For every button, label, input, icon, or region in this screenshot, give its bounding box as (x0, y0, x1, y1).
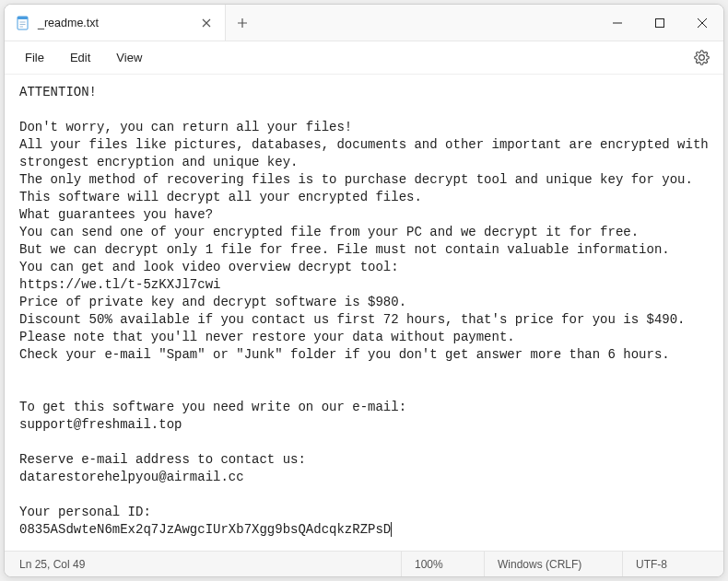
status-line-ending: Windows (CRLF) (484, 552, 622, 576)
menu-edit[interactable]: Edit (59, 45, 101, 70)
maximize-icon (655, 18, 664, 28)
settings-button[interactable] (688, 45, 714, 71)
window-controls (596, 5, 723, 41)
plus-icon (237, 17, 248, 29)
menu-file[interactable]: File (14, 45, 55, 70)
gear-icon (694, 50, 710, 65)
tab-title: _readme.txt (38, 17, 188, 29)
status-cursor-position: Ln 25, Col 49 (5, 552, 98, 576)
titlebar-drag-area[interactable] (259, 5, 596, 41)
status-encoding: UTF-8 (622, 552, 723, 576)
notepad-icon (16, 16, 30, 30)
svg-rect-5 (656, 18, 664, 27)
text-editor-area[interactable]: ATTENTION! Don't worry, you can return a… (5, 75, 723, 551)
svg-rect-1 (18, 17, 28, 19)
status-zoom[interactable]: 100% (401, 552, 484, 576)
close-icon (202, 18, 211, 28)
text-caret (391, 522, 392, 537)
document-text: ATTENTION! Don't worry, you can return a… (19, 85, 716, 537)
new-tab-button[interactable] (226, 5, 259, 41)
tab-active[interactable]: _readme.txt (5, 5, 226, 41)
menu-view[interactable]: View (105, 45, 153, 70)
statusbar: Ln 25, Col 49 100% Windows (CRLF) UTF-8 (5, 551, 723, 576)
tab-close-button[interactable] (195, 12, 217, 34)
maximize-button[interactable] (639, 5, 681, 41)
titlebar: _readme.txt (5, 5, 723, 41)
close-icon (698, 18, 707, 28)
close-window-button[interactable] (681, 5, 723, 41)
notepad-window: _readme.txt File Edit View (4, 4, 724, 577)
minimize-icon (613, 18, 622, 28)
minimize-button[interactable] (596, 5, 639, 41)
menubar: File Edit View (5, 41, 723, 75)
